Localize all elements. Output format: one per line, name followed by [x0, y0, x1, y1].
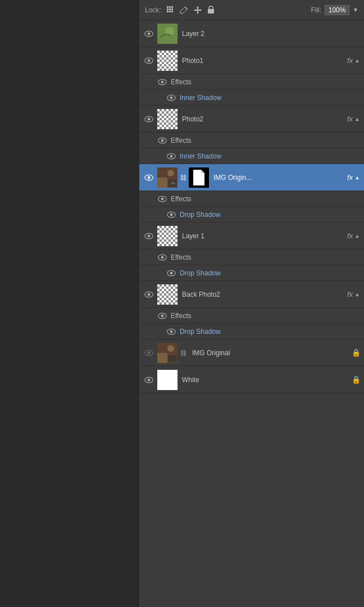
visibility-toggle[interactable]: [165, 325, 178, 338]
visibility-toggle[interactable]: [156, 251, 169, 264]
lock-all-icon[interactable]: [206, 5, 216, 15]
layer-thumbnail: [157, 226, 178, 246]
layer-thumbnail: [157, 24, 178, 44]
layer-thumbnail: [157, 343, 178, 363]
effects-label: Effects: [171, 253, 191, 261]
svg-rect-2: [171, 6, 173, 8]
lock-label: Lock:: [145, 6, 161, 14]
mask-thumbnail: [189, 167, 209, 188]
expand-arrow[interactable]: ▲: [354, 291, 361, 298]
layer-row[interactable]: Back Photo2 fx ▲: [139, 281, 364, 308]
layer-row[interactable]: ⛓ IMG Origin... fx ▲: [139, 164, 364, 191]
layer-row[interactable]: ⛓ IMG Original 🔒: [139, 339, 364, 366]
layer-row[interactable]: Layer 2: [139, 20, 364, 47]
lock-position-icon[interactable]: [193, 5, 203, 15]
layer-name: IMG Origin...: [213, 174, 345, 182]
layer-name: Photo2: [182, 115, 345, 123]
layer-name: Photo1: [182, 57, 345, 65]
effect-item-row[interactable]: Drop Shadow: [139, 265, 364, 281]
svg-point-41: [148, 234, 151, 237]
visibility-toggle[interactable]: [143, 230, 155, 242]
effects-label: Effects: [171, 195, 191, 203]
sidebar-left: [0, 0, 139, 607]
visibility-toggle[interactable]: [143, 171, 155, 184]
layer-thumbnail: [157, 51, 178, 71]
layer-thumbnail-group: ⛓: [157, 167, 209, 188]
layer-name: Layer 1: [182, 232, 345, 240]
svg-point-39: [170, 213, 173, 216]
effect-name: Drop Shadow: [180, 269, 221, 277]
effect-item-row[interactable]: Drop Shadow: [139, 207, 364, 223]
visibility-toggle[interactable]: [156, 134, 169, 147]
visibility-toggle[interactable]: [143, 55, 155, 67]
layers-list[interactable]: Layer 2 Photo1 fx ▲ Effects: [139, 20, 364, 607]
effect-name: Drop Shadow: [180, 328, 221, 336]
lock-image-pixels-icon[interactable]: [179, 5, 189, 15]
svg-rect-6: [167, 11, 169, 12]
svg-point-15: [148, 59, 151, 62]
svg-rect-7: [169, 11, 171, 12]
effects-group-row[interactable]: Effects: [139, 133, 364, 148]
effects-group-row[interactable]: Effects: [139, 250, 364, 265]
effects-group-row[interactable]: Effects: [139, 191, 364, 207]
fx-badge: fx: [347, 232, 353, 240]
effect-item-row[interactable]: Inner Shadow: [139, 148, 364, 164]
visibility-toggle[interactable]: [165, 209, 178, 221]
layer-name: White: [182, 376, 349, 384]
svg-rect-1: [169, 6, 171, 8]
visibility-toggle[interactable]: [165, 150, 178, 162]
svg-point-43: [161, 256, 164, 259]
svg-point-56: [167, 345, 174, 352]
visibility-toggle[interactable]: [165, 92, 178, 104]
svg-rect-29: [157, 178, 167, 188]
svg-point-23: [161, 139, 164, 142]
effect-item-row[interactable]: Drop Shadow: [139, 324, 364, 339]
visibility-toggle[interactable]: [143, 113, 155, 125]
expand-arrow[interactable]: ▲: [354, 233, 361, 239]
layer-row[interactable]: Photo1 fx ▲: [139, 47, 364, 74]
fill-dropdown-arrow[interactable]: ▼: [353, 7, 358, 13]
visibility-toggle[interactable]: [156, 310, 169, 322]
toolbar: Lock:: [139, 0, 364, 20]
svg-rect-5: [171, 8, 173, 10]
svg-rect-4: [169, 8, 171, 10]
chain-icon: ⛓: [180, 343, 186, 363]
lock-icon: 🔒: [352, 375, 361, 384]
visibility-toggle[interactable]: [143, 288, 155, 301]
expand-arrow[interactable]: ▲: [354, 57, 361, 64]
svg-point-30: [167, 170, 174, 176]
fx-badge: fx: [347, 56, 353, 65]
layer-row[interactable]: Layer 1 fx ▲: [139, 223, 364, 250]
svg-point-27: [148, 176, 151, 179]
visibility-toggle[interactable]: [156, 193, 169, 205]
effects-group-row[interactable]: Effects: [139, 308, 364, 324]
effect-name: Drop Shadow: [180, 211, 221, 219]
layer-thumbnail: [157, 167, 178, 188]
layer-row[interactable]: Photo2 fx ▲: [139, 106, 364, 133]
layers-panel: Lock:: [139, 0, 364, 607]
fill-section: Fill: 100% ▼: [311, 5, 358, 15]
lock-transparency-icon[interactable]: [166, 5, 176, 15]
svg-point-49: [161, 314, 164, 317]
layer-name: Layer 2: [182, 30, 361, 38]
effect-item-row[interactable]: Inner Shadow: [139, 90, 364, 106]
svg-point-53: [148, 351, 151, 354]
fx-badge: fx: [347, 115, 353, 123]
expand-arrow[interactable]: ▲: [354, 116, 361, 123]
visibility-toggle[interactable]: [165, 267, 178, 279]
fill-value[interactable]: 100%: [325, 5, 349, 15]
layer-thumbnail: [157, 109, 178, 129]
layer-row[interactable]: White 🔒: [139, 366, 364, 393]
svg-point-59: [148, 378, 151, 381]
visibility-toggle[interactable]: [143, 347, 155, 359]
svg-point-17: [161, 80, 164, 83]
effects-group-row[interactable]: Effects: [139, 74, 364, 90]
expand-arrow[interactable]: ▲: [354, 174, 361, 181]
svg-point-25: [170, 155, 173, 157]
visibility-toggle[interactable]: [156, 76, 169, 88]
svg-rect-3: [167, 8, 169, 10]
visibility-toggle[interactable]: [143, 28, 155, 40]
layer-name: Back Photo2: [182, 291, 345, 298]
svg-rect-9: [208, 9, 214, 13]
visibility-toggle[interactable]: [143, 374, 155, 386]
